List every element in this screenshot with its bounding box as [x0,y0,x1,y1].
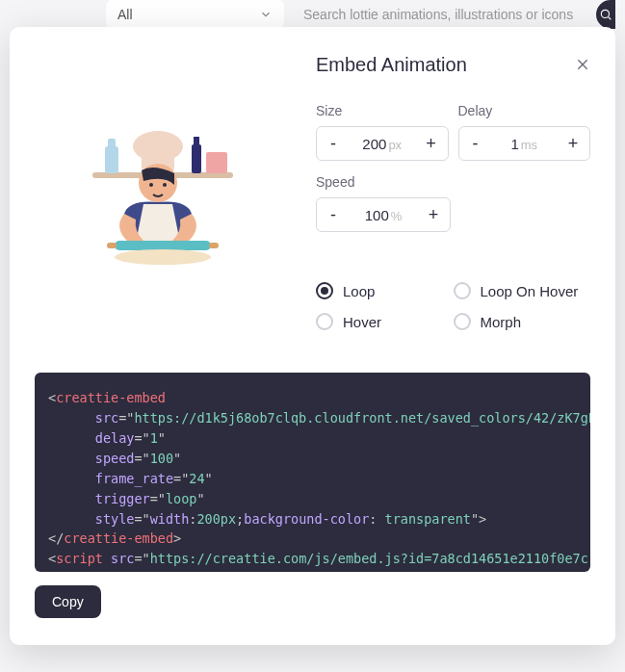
embed-code-block[interactable]: <creattie-embed src="https://d1k5j68ob7c… [35,373,590,572]
svg-point-18 [115,249,211,265]
radio-icon [316,313,333,330]
radio-icon [454,282,471,299]
svg-rect-5 [105,146,118,173]
modal-title: Embed Animation [316,54,467,76]
svg-line-1 [609,17,612,20]
size-stepper: - 200 px + [316,126,449,161]
delay-value[interactable]: 1 [510,136,518,152]
speed-increment[interactable]: + [417,198,450,231]
trigger-hover[interactable]: Hover [316,313,454,330]
trigger-hover-label: Hover [343,314,381,330]
copy-button[interactable]: Copy [35,585,101,618]
close-icon [575,57,590,72]
svg-rect-7 [192,144,201,173]
trigger-loop-label: Loop [343,283,375,299]
delay-increment[interactable]: + [557,127,589,160]
trigger-loop[interactable]: Loop [316,282,454,299]
speed-label: Speed [316,174,451,190]
trigger-morph-label: Morph [481,314,522,330]
size-increment[interactable]: + [415,127,448,160]
delay-label: Delay [458,103,591,118]
svg-point-14 [163,183,167,187]
trigger-loop-hover[interactable]: Loop On Hover [454,282,591,299]
close-button[interactable] [575,56,590,75]
trigger-morph[interactable]: Morph [454,313,591,330]
embed-animation-modal: Embed Animation [10,27,615,645]
size-label: Size [316,103,449,118]
chevron-down-icon [259,8,273,21]
delay-decrement[interactable]: - [459,127,492,160]
search-button[interactable] [596,0,615,29]
speed-stepper: - 100 % + [316,197,451,232]
speed-decrement[interactable]: - [317,198,350,231]
speed-unit: % [391,209,403,223]
size-value[interactable]: 200 [362,136,386,152]
delay-stepper: - 1 ms + [458,126,591,161]
category-filter-label: All [117,7,133,22]
svg-rect-17 [209,243,219,248]
trigger-loop-hover-label: Loop On Hover [481,283,579,299]
radio-icon [316,282,333,299]
svg-rect-6 [108,139,116,148]
delay-unit: ms [521,138,537,152]
svg-rect-15 [115,241,211,250]
radio-icon [454,313,471,330]
search-placeholder[interactable]: Search lottie animations, illustrations … [294,7,586,22]
animation-preview [35,103,291,296]
svg-rect-16 [107,243,117,248]
size-unit: px [388,138,402,152]
size-decrement[interactable]: - [317,127,350,160]
svg-point-0 [601,10,609,17]
category-filter[interactable]: All [106,0,284,29]
svg-point-13 [149,183,153,187]
svg-rect-9 [206,152,227,173]
svg-rect-8 [194,137,199,146]
speed-value[interactable]: 100 [365,207,389,223]
search-icon [599,8,612,21]
chef-illustration [57,117,269,281]
